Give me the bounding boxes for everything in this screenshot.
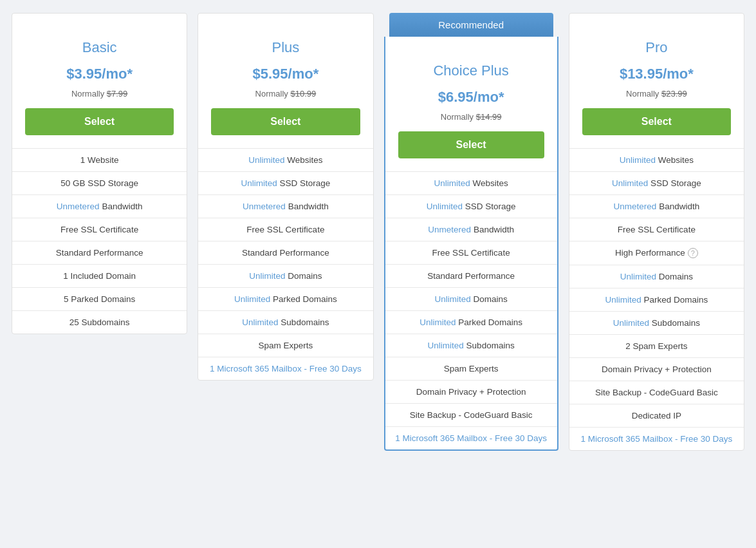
feature-item: 25 Subdomains	[12, 311, 187, 334]
feature-item: Unlimited SSD Storage	[385, 195, 557, 218]
feature-item: Unlimited Parked Domains	[569, 288, 744, 312]
feature-item: Unmetered Bandwidth	[569, 195, 744, 218]
recommended-badge: Recommended	[389, 13, 553, 37]
feature-item: Unlimited SSD Storage	[198, 172, 373, 195]
feature-item: Standard Performance	[385, 265, 557, 288]
feature-item: 2 Spam Experts	[569, 335, 744, 358]
feature-item: Domain Privacy + Protection	[569, 358, 744, 381]
feature-item: Unmetered Bandwidth	[12, 195, 187, 218]
plan-normal-price: Normally $14.99	[385, 109, 557, 131]
info-icon[interactable]: ?	[688, 248, 698, 258]
feature-item: Unlimited Websites	[385, 172, 557, 195]
feature-item: Dedicated IP	[569, 404, 744, 428]
feature-item: High Performance?	[569, 241, 744, 265]
features-list-plus: Unlimited WebsitesUnlimited SSD StorageU…	[198, 148, 373, 380]
plan-normal-price: Normally $23.99	[569, 86, 744, 108]
feature-item: Site Backup - CodeGuard Basic	[385, 404, 557, 427]
feature-item: Unlimited Domains	[198, 265, 373, 288]
plan-price: $6.95/mo*	[385, 86, 557, 109]
feature-item: Unlimited Domains	[569, 265, 744, 288]
feature-item: Unlimited Subdomains	[198, 311, 373, 334]
feature-item: Unlimited Subdomains	[385, 334, 557, 357]
feature-item: Unlimited Subdomains	[569, 312, 744, 335]
feature-item: Free SSL Certificate	[385, 241, 557, 265]
plan-card-basic: Basic$3.95/mo*Normally $7.99Select1 Webs…	[12, 13, 187, 334]
plan-name: Plus	[198, 26, 373, 62]
feature-item: Unlimited Websites	[569, 149, 744, 172]
plan-card-plus: Plus$5.95/mo*Normally $10.99SelectUnlimi…	[198, 13, 373, 381]
feature-item: Unmetered Bandwidth	[198, 195, 373, 218]
feature-item: Unlimited Domains	[385, 288, 557, 311]
features-list-choice_plus: Unlimited WebsitesUnlimited SSD StorageU…	[385, 171, 557, 449]
feature-item: Spam Experts	[198, 334, 373, 357]
feature-item: Spam Experts	[385, 357, 557, 381]
feature-item: 1 Website	[12, 149, 187, 172]
feature-item: 5 Parked Domains	[12, 288, 187, 311]
plan-price: $3.95/mo*	[12, 62, 187, 86]
select-button-basic[interactable]: Select	[25, 108, 174, 135]
plan-price: $5.95/mo*	[198, 62, 373, 86]
feature-item: 1 Microsoft 365 Mailbox - Free 30 Days	[385, 427, 557, 449]
feature-item: Unlimited Parked Domains	[385, 311, 557, 334]
plan-card-choice_plus: Choice Plus$6.95/mo*Normally $14.99Selec…	[384, 37, 558, 451]
feature-item: Free SSL Certificate	[198, 218, 373, 241]
feature-item: 1 Included Domain	[12, 265, 187, 288]
plan-name: Choice Plus	[385, 50, 557, 86]
features-list-pro: Unlimited WebsitesUnlimited SSD StorageU…	[569, 148, 744, 450]
feature-item: Domain Privacy + Protection	[385, 381, 557, 404]
plan-price: $13.95/mo*	[569, 62, 744, 86]
feature-item: Free SSL Certificate	[12, 218, 187, 241]
feature-item: Standard Performance	[12, 241, 187, 265]
feature-item: 1 Microsoft 365 Mailbox - Free 30 Days	[198, 357, 373, 380]
plan-name: Pro	[569, 26, 744, 62]
select-button-choice_plus[interactable]: Select	[398, 131, 544, 158]
feature-item: Site Backup - CodeGuard Basic	[569, 381, 744, 404]
pricing-wrapper: Basic$3.95/mo*Normally $7.99Select1 Webs…	[6, 13, 750, 451]
feature-item: Standard Performance	[198, 241, 373, 265]
features-list-basic: 1 Website50 GB SSD StorageUnmetered Band…	[12, 148, 187, 334]
plan-card-pro: Pro$13.95/mo*Normally $23.99SelectUnlimi…	[569, 13, 744, 451]
feature-item: Unlimited Parked Domains	[198, 288, 373, 311]
plan-normal-price: Normally $10.99	[198, 86, 373, 108]
feature-item: Free SSL Certificate	[569, 218, 744, 241]
plan-normal-price: Normally $7.99	[12, 86, 187, 108]
feature-item: 1 Microsoft 365 Mailbox - Free 30 Days	[569, 428, 744, 450]
feature-item: Unlimited SSD Storage	[569, 172, 744, 195]
select-button-pro[interactable]: Select	[582, 108, 731, 135]
feature-item: Unmetered Bandwidth	[385, 218, 557, 241]
feature-item: Unlimited Websites	[198, 149, 373, 172]
select-button-plus[interactable]: Select	[211, 108, 360, 135]
feature-item: 50 GB SSD Storage	[12, 172, 187, 195]
plan-name: Basic	[12, 26, 187, 62]
